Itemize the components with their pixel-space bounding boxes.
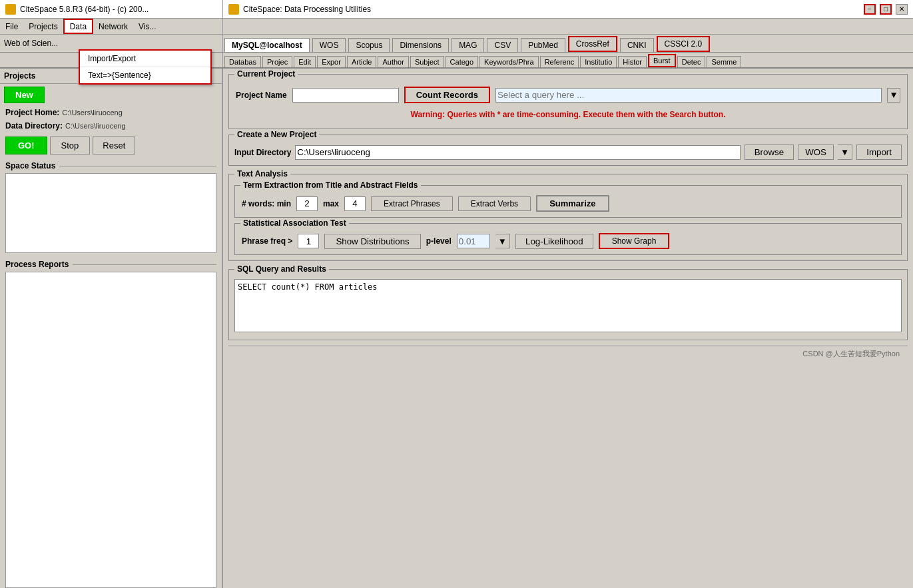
subtab-project[interactable]: Projec: [262, 56, 292, 67]
current-project-section: Current Project Project Name Count Recor…: [228, 74, 908, 129]
p-level-input[interactable]: [457, 234, 490, 248]
minimize-button[interactable]: −: [864, 4, 876, 15]
tab-crossref[interactable]: CrossRef: [568, 36, 617, 52]
go-button[interactable]: GO!: [5, 137, 47, 154]
log-likelihood-button[interactable]: Log-Likelihood: [515, 234, 593, 249]
tab-pubmed[interactable]: PubMed: [521, 38, 565, 52]
dropdown-import-export[interactable]: Import/Export: [80, 51, 210, 67]
data-dropdown-menu: Import/Export Text=>{Sentence}: [79, 49, 212, 85]
tab-dimensions[interactable]: Dimensions: [392, 38, 449, 52]
subtab-burst[interactable]: Burst: [648, 54, 676, 67]
subtab-institution[interactable]: Institutio: [580, 56, 617, 67]
sql-section: SQL Query and Results: [228, 269, 908, 340]
stat-assoc-section: Statistical Association Test Phrase freq…: [234, 223, 902, 255]
phrase-freq-label: Phrase freq >: [242, 236, 292, 246]
summarize-button[interactable]: Summarize: [536, 195, 609, 212]
process-reports-label: Process Reports: [5, 260, 69, 269]
show-graph-button[interactable]: Show Graph: [599, 233, 670, 249]
project-name-input[interactable]: [292, 88, 399, 103]
tab-cssci[interactable]: CSSCI 2.0: [657, 36, 711, 52]
new-button[interactable]: New: [4, 87, 45, 103]
maximize-button[interactable]: □: [880, 4, 892, 15]
subtab-keywords[interactable]: Keywords/Phra: [479, 56, 539, 67]
projects-label: Projects: [4, 71, 35, 81]
subtab-export[interactable]: Expor: [317, 56, 346, 67]
menu-projects[interactable]: Projects: [23, 19, 63, 34]
input-dir-label: Input Directory: [234, 148, 291, 157]
web-of-science-label: Web of Scien...: [4, 39, 58, 48]
app-title-left: CiteSpace 5.8.R3 (64-bit) - (c) 200...: [20, 5, 149, 14]
subtab-author[interactable]: Author: [378, 56, 408, 67]
query-select[interactable]: [495, 88, 882, 103]
show-distributions-button[interactable]: Show Distributions: [324, 234, 420, 249]
p-level-label: p-level: [426, 236, 452, 246]
subtab-reference[interactable]: Referenc: [540, 56, 579, 67]
project-home-label: Project Home:: [5, 108, 59, 117]
tab-scopus[interactable]: Scopus: [348, 38, 390, 52]
data-directory-label: Data Directory:: [5, 121, 63, 131]
words-max-input[interactable]: [344, 196, 366, 211]
extract-verbs-button[interactable]: Extract Verbs: [458, 196, 531, 211]
process-reports-box: [5, 272, 216, 588]
reset-button[interactable]: Reset: [93, 137, 135, 154]
subtab-subject[interactable]: Subject: [410, 56, 444, 67]
term-extraction-title: Term Extraction from Title and Abstract …: [240, 180, 421, 190]
wos-dropdown-button[interactable]: ▼: [838, 145, 852, 160]
count-records-button[interactable]: Count Records: [404, 87, 490, 103]
subtab-detec[interactable]: Detec: [677, 56, 706, 67]
query-dropdown-button[interactable]: ▼: [887, 88, 900, 103]
subtab-database[interactable]: Databas: [224, 56, 261, 67]
stop-button[interactable]: Stop: [50, 137, 91, 154]
p-level-dropdown-button[interactable]: ▼: [495, 234, 510, 248]
warning-text: Warning: Queries with * are time-consumi…: [236, 107, 900, 122]
tab-csv[interactable]: CSV: [487, 38, 518, 52]
current-project-title: Current Project: [234, 69, 298, 79]
subtab-article[interactable]: Article: [347, 56, 377, 67]
app-title-right: CiteSpace: Data Processing Utilities: [243, 5, 371, 14]
project-name-label: Project Name: [236, 91, 287, 100]
browse-button[interactable]: Browse: [745, 145, 794, 160]
words-max-label: max: [323, 199, 339, 208]
wos-button[interactable]: WOS: [798, 145, 834, 160]
import-button[interactable]: Import: [856, 145, 902, 160]
sql-query-textarea[interactable]: [234, 279, 902, 332]
menu-network[interactable]: Network: [93, 19, 133, 34]
tab-wos[interactable]: WOS: [312, 38, 346, 52]
menu-vis[interactable]: Vis...: [133, 19, 161, 34]
project-home-value: C:\Users\liruoceng: [62, 109, 122, 117]
text-analysis-section: Text Analysis Term Extraction from Title…: [228, 174, 908, 261]
term-extraction-section: Term Extraction from Title and Abstract …: [234, 185, 902, 218]
footer-text: CSDN @人生苦短我爱Python: [802, 350, 900, 358]
app-icon-right: [228, 4, 239, 15]
dropdown-text-sentence[interactable]: Text=>{Sentence}: [80, 67, 210, 83]
data-directory-value: C:\Users\liruoceng: [65, 122, 125, 130]
space-status-label: Space Status: [5, 161, 55, 170]
create-project-title: Create a New Project: [234, 130, 319, 139]
subtab-semme[interactable]: Semme: [707, 56, 741, 67]
words-min-label: # words: min: [242, 199, 291, 208]
subtab-edit[interactable]: Edit: [294, 56, 316, 67]
stat-assoc-title: Statistical Association Test: [240, 218, 349, 228]
menu-data[interactable]: Data: [63, 19, 93, 34]
text-analysis-title: Text Analysis: [234, 169, 290, 178]
tab-mag[interactable]: MAG: [452, 38, 484, 52]
extract-phrases-button[interactable]: Extract Phrases: [371, 196, 453, 211]
tab-cnki[interactable]: CNKI: [620, 38, 654, 52]
menu-file[interactable]: File: [0, 19, 23, 34]
input-dir-field[interactable]: [295, 145, 740, 160]
space-status-box: [5, 173, 216, 253]
tab-mysql[interactable]: MySQL@localhost: [224, 38, 310, 52]
sql-section-title: SQL Query and Results: [234, 264, 329, 274]
create-project-section: Create a New Project Input Directory Bro…: [228, 135, 908, 166]
close-button[interactable]: ✕: [896, 4, 908, 15]
subtab-catego[interactable]: Catego: [446, 56, 478, 67]
words-min-input[interactable]: [296, 196, 318, 211]
footer: CSDN @人生苦短我爱Python: [228, 346, 908, 362]
phrase-freq-input[interactable]: [298, 234, 319, 248]
app-icon-left: [5, 4, 16, 15]
subtab-histor[interactable]: Histor: [618, 56, 647, 67]
